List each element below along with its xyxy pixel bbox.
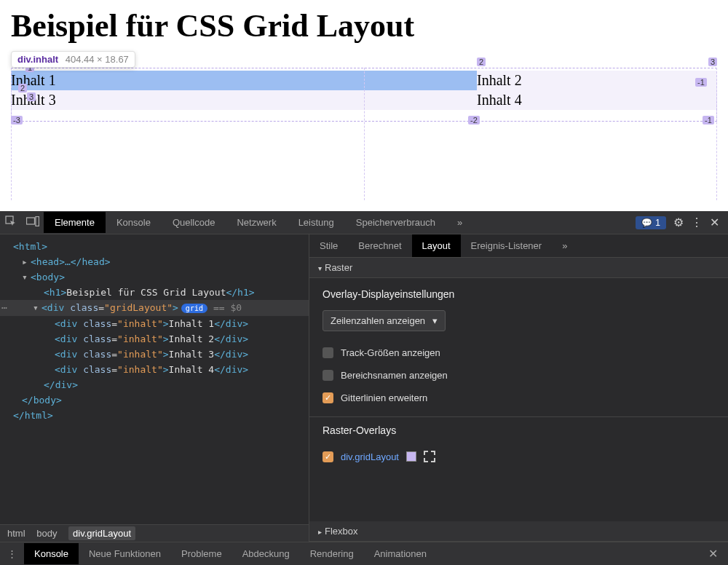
dom-tree[interactable]: <html> ▸<head>…</head> ▾<body> <h1>Beisp… [0, 234, 309, 524]
close-icon[interactable]: ✕ [710, 216, 719, 229]
grid-dashed-mid [364, 68, 365, 200]
devtools-panel: Elemente Konsole Quellcode Netzwerk Leis… [0, 211, 728, 565]
dom-node[interactable]: <h1> [44, 287, 66, 298]
raster-overlays-heading: Raster-Overlays [323, 424, 715, 436]
dashed-pattern-icon[interactable] [424, 451, 435, 462]
divider [309, 416, 728, 417]
dom-node[interactable]: </body> [22, 395, 62, 406]
dom-node[interactable]: <html> [13, 241, 47, 252]
color-swatch[interactable] [406, 451, 416, 462]
drawer-tab-rendering[interactable]: Rendering [300, 543, 364, 564]
chevron-right-icon: ▸ [318, 528, 322, 536]
dom-selected-node[interactable]: ▾<div class="gridLayout">grid== $0 [0, 300, 309, 316]
grid-line-number: 3 [27, 92, 36, 101]
drawer-kebab-icon[interactable]: ⋮ [0, 548, 24, 559]
page-title: Beispiel für CSS Grid Layout [11, 7, 717, 44]
tooltip-dimensions: 404.44 × 18.67 [66, 54, 129, 65]
checkbox-extend-gridlines[interactable]: ✓ [323, 392, 333, 403]
collapse-icon[interactable]: ▾ [22, 269, 31, 285]
chat-icon: 💬 [641, 218, 652, 228]
element-tooltip: div.inhalt 404.44 × 18.67 [11, 51, 135, 68]
chevron-down-icon: ▾ [432, 315, 438, 326]
drawer-tab-issues[interactable]: Probleme [171, 543, 232, 564]
drawer-tab-console[interactable]: Konsole [24, 543, 79, 564]
checkbox-label: Track-Größen anzeigen [341, 347, 440, 358]
grid-badge[interactable]: grid [181, 304, 207, 313]
dom-node[interactable]: <body> [31, 272, 65, 282]
checkbox-label: Gitterlinien erweitern [341, 392, 427, 403]
select-value: Zeilenzahlen anzeigen [331, 315, 425, 326]
breadcrumb: html body div.gridLayout [0, 524, 309, 542]
tab-sources[interactable]: Quellcode [162, 212, 226, 233]
dom-node[interactable]: <div class="inhalt">Inhalt 1</div> [0, 316, 309, 331]
tabs-more[interactable]: » [446, 212, 473, 233]
tab-performance[interactable]: Leistung [288, 212, 345, 233]
checkbox-area-names[interactable] [323, 370, 333, 381]
gear-icon[interactable]: ⚙ [673, 216, 684, 229]
dom-node[interactable]: <div class="inhalt">Inhalt 2</div> [0, 331, 309, 347]
side-tabs: Stile Berechnet Layout Ereignis-Listener… [309, 234, 728, 258]
svg-rect-2 [36, 217, 39, 226]
svg-rect-1 [27, 218, 35, 224]
collapse-icon[interactable]: ▾ [33, 300, 41, 315]
dom-panel: <html> ▸<head>…</head> ▾<body> <h1>Beisp… [0, 234, 309, 542]
grid-line-number: 2 [477, 58, 486, 66]
section-raster[interactable]: ▾Raster [309, 258, 728, 278]
dom-node[interactable]: </div> [44, 379, 78, 390]
section-flexbox[interactable]: ▸Flexbox [309, 521, 728, 542]
dollar-zero: == $0 [213, 302, 242, 313]
dom-node[interactable]: <head>…</head> [31, 256, 111, 267]
checkbox-track-sizes[interactable] [323, 347, 333, 358]
grid-line-number: -1 [695, 78, 707, 87]
drawer-tab-coverage[interactable]: Abdeckung [232, 543, 300, 564]
tab-event-listeners[interactable]: Ereignis-Listener [461, 234, 553, 257]
checkbox-grid-overlay[interactable]: ✓ [323, 451, 333, 462]
chevron-down-icon: ▾ [318, 264, 322, 272]
dom-text: Beispiel für CSS Grid Layout [66, 287, 226, 298]
tab-console[interactable]: Konsole [106, 212, 162, 233]
grid-overlay-link[interactable]: div.gridLayout [341, 451, 399, 462]
breadcrumb-item[interactable]: body [36, 528, 57, 539]
dom-node: </h1> [226, 287, 254, 298]
drawer-tab-animations[interactable]: Animationen [364, 543, 437, 564]
checkbox-label: Bereichsnamen anzeigen [341, 370, 448, 381]
tab-computed[interactable]: Berechnet [348, 234, 411, 257]
tab-elements[interactable]: Elemente [44, 212, 106, 233]
tab-memory[interactable]: Speicherverbrauch [345, 212, 446, 233]
kebab-icon[interactable]: ⋮ [691, 216, 703, 229]
tab-layout[interactable]: Layout [412, 234, 461, 257]
styles-side-panel: Stile Berechnet Layout Ereignis-Listener… [309, 234, 728, 542]
overlay-settings-heading: Overlay-Displayeinstellungen [323, 288, 715, 300]
line-numbers-select[interactable]: Zeilenzahlen anzeigen▾ [323, 310, 446, 331]
rendered-page: Beispiel für CSS Grid Layout div.inhalt … [0, 0, 728, 211]
tooltip-selector: div.inhalt [17, 54, 58, 65]
messages-count: 1 [655, 218, 660, 228]
dom-node[interactable]: </html> [13, 410, 53, 421]
breadcrumb-item[interactable]: html [7, 528, 25, 539]
grid-overlay: 1 2 3 2 3 -1 -3 -2 -1 Inhalt 1 Inhalt 2 … [11, 71, 717, 110]
section-label: Flexbox [325, 526, 358, 537]
devtools-tab-bar: Elemente Konsole Quellcode Netzwerk Leis… [0, 211, 728, 234]
drawer-close-icon[interactable]: ✕ [698, 547, 728, 561]
grid-line-number: -1 [703, 116, 714, 125]
section-label: Raster [325, 262, 352, 273]
tab-styles[interactable]: Stile [309, 234, 348, 257]
grid-line-number: -2 [468, 116, 480, 125]
grid-line-number: 3 [708, 58, 717, 66]
side-tabs-more[interactable]: » [552, 234, 577, 257]
breadcrumb-item[interactable]: div.gridLayout [68, 526, 135, 540]
grid-line-number: 2 [18, 84, 27, 92]
grid-line-number: -3 [11, 116, 23, 125]
devtools-drawer: ⋮ Konsole Neue Funktionen Probleme Abdec… [0, 542, 728, 565]
drawer-tab-whatsnew[interactable]: Neue Funktionen [79, 543, 171, 564]
dom-node[interactable]: <div class="inhalt">Inhalt 3</div> [0, 347, 309, 362]
expand-icon[interactable]: ▸ [22, 254, 31, 269]
tab-network[interactable]: Netzwerk [226, 212, 287, 233]
device-toggle-icon[interactable] [22, 216, 44, 229]
inspect-icon[interactable] [0, 216, 22, 229]
dom-node[interactable]: <div class="inhalt">Inhalt 4</div> [0, 362, 309, 377]
messages-badge[interactable]: 💬1 [636, 216, 666, 229]
